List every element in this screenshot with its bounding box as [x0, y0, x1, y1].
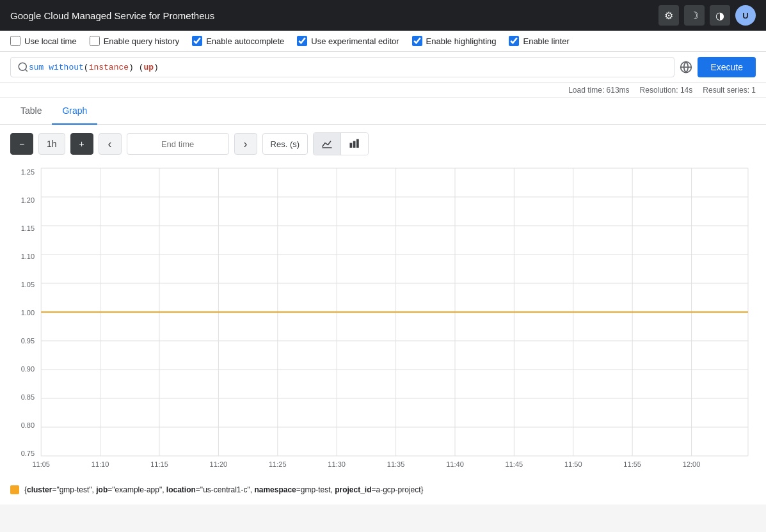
- svg-text:11:10: 11:10: [92, 460, 109, 468]
- svg-text:11:35: 11:35: [387, 460, 405, 468]
- svg-text:11:05: 11:05: [32, 460, 50, 468]
- previous-time-button[interactable]: ‹: [99, 133, 122, 155]
- chart-legend: {cluster="gmp-test", job="example-app", …: [0, 480, 766, 505]
- line-chart-button[interactable]: [314, 133, 341, 155]
- chart-container: 1.25 1.20 1.15 1.10 1.05 1.00 0.95 0.90 …: [10, 163, 756, 470]
- svg-text:0.90: 0.90: [21, 365, 35, 373]
- header-actions: ⚙ ☽ ◑ U: [658, 5, 756, 26]
- enable-highlighting-label[interactable]: Enable highlighting: [412, 36, 497, 46]
- main-content: Load time: 613ms Resolution: 14s Result …: [0, 83, 766, 505]
- svg-text:11:40: 11:40: [446, 460, 464, 468]
- svg-text:11:55: 11:55: [623, 460, 641, 468]
- result-series: Result series: 1: [703, 86, 756, 95]
- svg-text:1.20: 1.20: [21, 196, 35, 204]
- svg-text:0.75: 0.75: [21, 450, 35, 457]
- enable-query-history-label[interactable]: Enable query history: [90, 36, 180, 46]
- svg-text:1.05: 1.05: [21, 281, 35, 288]
- svg-text:11:25: 11:25: [269, 460, 287, 468]
- enable-highlighting-text: Enable highlighting: [426, 36, 497, 46]
- app-title: Google Cloud Managed Service for Prometh…: [10, 10, 214, 21]
- enable-highlighting-checkbox[interactable]: [412, 36, 422, 46]
- enable-linter-label[interactable]: Enable linter: [509, 36, 569, 46]
- svg-rect-6: [353, 141, 356, 148]
- query-bar: sum without(instance) (up) Execute: [0, 52, 766, 83]
- globe-icon-button[interactable]: [680, 61, 692, 74]
- globe-icon: [680, 61, 692, 74]
- search-icon-button[interactable]: [17, 61, 29, 73]
- svg-text:0.85: 0.85: [21, 393, 35, 401]
- app-header: Google Cloud Managed Service for Prometh…: [0, 0, 766, 31]
- enable-autocomplete-text: Enable autocomplete: [206, 36, 284, 46]
- svg-rect-7: [356, 139, 359, 148]
- svg-text:11:20: 11:20: [210, 460, 228, 468]
- bar-chart-button[interactable]: [341, 133, 368, 155]
- svg-text:11:30: 11:30: [328, 460, 346, 468]
- chart-type-group: [313, 132, 369, 155]
- execute-button[interactable]: Execute: [698, 57, 756, 77]
- theme-toggle-button[interactable]: ☽: [684, 5, 705, 26]
- enable-query-history-checkbox[interactable]: [90, 36, 100, 46]
- svg-text:1.15: 1.15: [21, 224, 35, 232]
- svg-rect-5: [350, 143, 353, 148]
- use-local-time-label[interactable]: Use local time: [10, 36, 77, 46]
- meta-bar: Load time: 613ms Resolution: 14s Result …: [0, 83, 766, 98]
- graph-area: 1.25 1.20 1.15 1.10 1.05 1.00 0.95 0.90 …: [0, 163, 766, 480]
- svg-text:1.25: 1.25: [21, 168, 35, 176]
- chart-svg: 1.25 1.20 1.15 1.10 1.05 1.00 0.95 0.90 …: [10, 163, 756, 470]
- line-chart-icon: [321, 138, 333, 150]
- svg-text:0.95: 0.95: [21, 337, 35, 345]
- resolution-button[interactable]: Res. (s): [262, 133, 308, 155]
- svg-text:11:45: 11:45: [506, 460, 523, 468]
- use-experimental-editor-text: Use experimental editor: [311, 36, 399, 46]
- resolution: Resolution: 14s: [640, 86, 693, 95]
- svg-text:11:15: 11:15: [150, 460, 168, 468]
- tab-graph[interactable]: Graph: [52, 98, 97, 125]
- svg-text:11:50: 11:50: [564, 460, 582, 468]
- svg-text:0.80: 0.80: [21, 421, 35, 429]
- load-time: Load time: 613ms: [568, 86, 629, 95]
- use-local-time-text: Use local time: [24, 36, 77, 46]
- duration-label[interactable]: 1h: [38, 133, 65, 155]
- svg-line-1: [25, 69, 27, 71]
- settings-icon-button[interactable]: ⚙: [658, 5, 679, 26]
- legend-color-box: [10, 485, 19, 494]
- enable-linter-checkbox[interactable]: [509, 36, 519, 46]
- decrease-duration-button[interactable]: −: [10, 133, 33, 155]
- search-icon: [17, 61, 29, 73]
- tab-bar: Table Graph: [0, 98, 766, 125]
- tab-table[interactable]: Table: [10, 98, 52, 125]
- query-text-display[interactable]: sum without(instance) (up): [29, 63, 667, 72]
- use-experimental-editor-label[interactable]: Use experimental editor: [297, 36, 399, 46]
- svg-text:1.00: 1.00: [21, 309, 35, 317]
- enable-autocomplete-label[interactable]: Enable autocomplete: [192, 36, 284, 46]
- svg-point-0: [19, 63, 26, 70]
- next-time-button[interactable]: ›: [234, 133, 257, 155]
- options-toolbar: Use local time Enable query history Enab…: [0, 31, 766, 52]
- contrast-icon-button[interactable]: ◑: [710, 5, 730, 26]
- svg-text:1.10: 1.10: [21, 253, 35, 260]
- graph-controls: − 1h + ‹ › Res. (s): [0, 125, 766, 163]
- svg-text:12:00: 12:00: [683, 460, 701, 468]
- query-input-wrapper: sum without(instance) (up): [10, 57, 674, 77]
- use-experimental-editor-checkbox[interactable]: [297, 36, 307, 46]
- end-time-input[interactable]: [127, 133, 229, 155]
- increase-duration-button[interactable]: +: [70, 133, 93, 155]
- legend-label: {cluster="gmp-test", job="example-app", …: [24, 485, 424, 494]
- enable-linter-text: Enable linter: [523, 36, 569, 46]
- enable-query-history-text: Enable query history: [104, 36, 180, 46]
- bar-chart-icon: [349, 138, 360, 150]
- avatar[interactable]: U: [735, 5, 756, 26]
- use-local-time-checkbox[interactable]: [10, 36, 20, 46]
- enable-autocomplete-checkbox[interactable]: [192, 36, 202, 46]
